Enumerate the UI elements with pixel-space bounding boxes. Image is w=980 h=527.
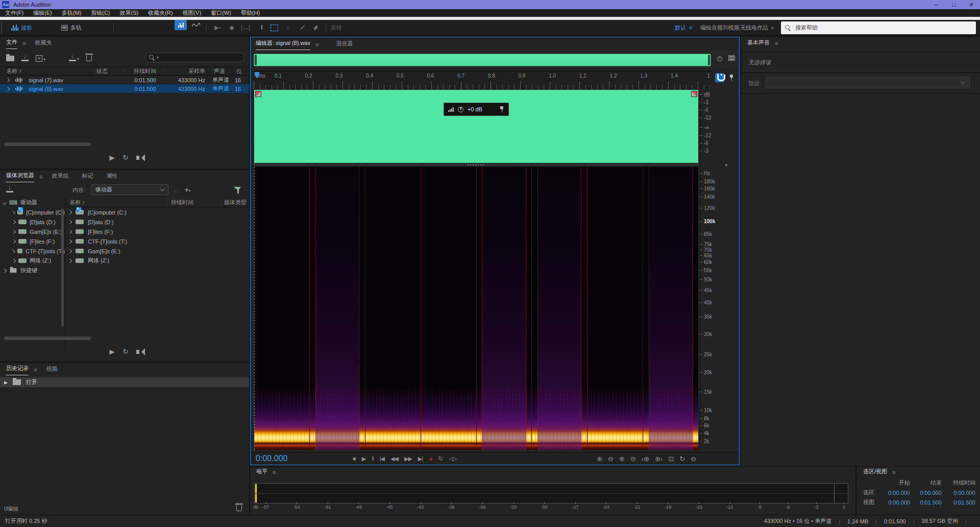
zoom-to-selection-button[interactable]: ⊡ bbox=[668, 455, 674, 463]
menu-item[interactable]: 效果(S) bbox=[120, 9, 139, 17]
chevron-right-icon[interactable] bbox=[68, 239, 72, 243]
zoom-to-out-point-button[interactable]: ⊕› bbox=[655, 455, 663, 463]
files-panel-menu-icon[interactable]: ≡ bbox=[22, 40, 26, 46]
show-spectral-toggle[interactable] bbox=[190, 20, 202, 30]
fade-in-handle[interactable] bbox=[255, 91, 261, 97]
pin-icon[interactable] bbox=[729, 75, 734, 81]
menu-item[interactable]: 视图(V) bbox=[182, 9, 201, 17]
invert-button[interactable]: 反转 bbox=[331, 20, 342, 35]
close-button[interactable]: × bbox=[963, 0, 980, 9]
tab-history[interactable]: 历史记录 bbox=[6, 365, 29, 375]
paintbrush-selection-tool[interactable] bbox=[296, 20, 309, 35]
time-selection-tool[interactable]: I bbox=[255, 20, 268, 35]
chevron-right-icon[interactable] bbox=[68, 229, 72, 233]
razor-tool[interactable]: ◆ bbox=[225, 20, 238, 35]
batch-import-button[interactable]: ▾ bbox=[69, 55, 79, 61]
media-browser-menu-icon[interactable]: ≡ bbox=[39, 174, 42, 180]
spectral-segment[interactable] bbox=[477, 166, 532, 450]
menu-item[interactable]: 帮助(H) bbox=[241, 9, 260, 17]
editor-panel-menu-icon[interactable]: ≡ bbox=[315, 41, 318, 47]
timeline-ruler[interactable]: hms 0.10.20.30.40.50.60.70.80.91.01.11.2… bbox=[254, 71, 711, 89]
chevron-right-icon[interactable] bbox=[12, 258, 16, 262]
play-button[interactable]: ▶ bbox=[362, 456, 365, 462]
move-playhead-to-previous-button[interactable]: |◀ bbox=[380, 456, 384, 462]
tree-drive-item[interactable]: Gam[E]s (E:) bbox=[0, 227, 65, 236]
history-entry-open[interactable]: ▶ 打开 bbox=[0, 377, 249, 387]
grid-options-icon[interactable] bbox=[728, 55, 735, 61]
chevron-right-icon[interactable] bbox=[68, 220, 72, 224]
multitrack-view-button[interactable]: 多轨 bbox=[57, 20, 86, 35]
content-dropdown[interactable]: 驱动器 bbox=[91, 184, 168, 195]
workspace-menu-icon[interactable]: ≡ bbox=[689, 25, 692, 31]
spectral-segment[interactable] bbox=[643, 166, 698, 450]
preview-loop-button[interactable]: ↻ bbox=[123, 154, 129, 161]
frequency-scale[interactable]: Hz180k160k140k120k100k85k75k70k65k60k55k… bbox=[700, 166, 737, 450]
tab-markers[interactable]: 标记 bbox=[82, 172, 93, 182]
time-value[interactable]: 0:00.000 bbox=[883, 497, 914, 507]
time-value[interactable]: 0:01.500 bbox=[946, 497, 979, 507]
chevron-right-icon[interactable] bbox=[12, 210, 15, 214]
drive-row[interactable]: 网络 (Z:) bbox=[66, 256, 249, 266]
clear-history-button[interactable] bbox=[236, 505, 242, 511]
drives-list-header[interactable]: 名称 ↑ 持续时间 媒体类型 bbox=[66, 198, 249, 207]
preview-volume-button[interactable] bbox=[136, 350, 139, 354]
show-waveform-toggle[interactable] bbox=[175, 20, 187, 30]
tab-essential-sound[interactable]: 基本声音 bbox=[747, 39, 770, 49]
fade-out-handle[interactable] bbox=[691, 91, 697, 97]
history-panel-menu-icon[interactable]: ≡ bbox=[34, 367, 37, 373]
delete-file-button[interactable] bbox=[86, 55, 92, 61]
new-file-button[interactable]: +▾ bbox=[36, 55, 45, 62]
lasso-selection-tool[interactable]: ○ bbox=[282, 20, 295, 35]
spectral-segment[interactable] bbox=[365, 166, 421, 450]
tab-video[interactable]: 视频 bbox=[46, 365, 57, 375]
spectral-segment[interactable] bbox=[587, 166, 643, 450]
spot-healing-brush-tool[interactable] bbox=[309, 20, 322, 35]
tab-editor[interactable]: 编辑器: signal (8).wav bbox=[256, 39, 310, 50]
stop-button[interactable]: ■ bbox=[353, 456, 356, 462]
loop-playback-button[interactable]: ↻ bbox=[438, 456, 443, 462]
zoom-full-button[interactable]: ⊖ bbox=[691, 455, 696, 463]
file-row[interactable]: signal (7).wav 0:01.500 433000 Hz 单声道 16 bbox=[0, 76, 249, 84]
drive-row[interactable]: [D]ata (D:) bbox=[66, 217, 249, 227]
time-value[interactable]: 0:00.000 bbox=[914, 488, 946, 497]
expand-chevron-icon[interactable] bbox=[6, 86, 10, 90]
tab-properties[interactable]: 属性 bbox=[106, 172, 117, 182]
add-shortcut-button[interactable]: +▾ bbox=[185, 186, 191, 194]
drive-row[interactable]: [C]omputer (C:) bbox=[66, 207, 249, 217]
tab-levels[interactable]: 电平 bbox=[256, 468, 267, 478]
tab-mixer[interactable]: 混音器 bbox=[336, 40, 353, 50]
move-playhead-to-next-button[interactable]: ▶| bbox=[418, 456, 423, 462]
slip-tool[interactable]: |↔| bbox=[239, 20, 252, 35]
tab-selection-view[interactable]: 选区/视图 bbox=[863, 468, 887, 478]
waveform-view-button[interactable]: 波形 bbox=[7, 20, 36, 35]
chevron-right-icon[interactable] bbox=[68, 249, 72, 253]
hud-pin-icon[interactable] bbox=[499, 106, 504, 112]
preset-dropdown[interactable] bbox=[766, 77, 970, 88]
menu-item[interactable]: 收藏夹(R) bbox=[148, 9, 173, 17]
tab-favorites[interactable]: 收藏夹 bbox=[35, 39, 52, 49]
zoom-out-amplitude-button[interactable]: ⊖ bbox=[630, 455, 636, 463]
selection-view-menu-icon[interactable]: ≡ bbox=[892, 469, 895, 475]
playhead-time-display[interactable]: 0:00.000 bbox=[256, 454, 348, 463]
open-file-button[interactable] bbox=[6, 56, 14, 61]
chevron-right-icon[interactable] bbox=[3, 268, 7, 272]
chevron-down-icon[interactable] bbox=[3, 200, 7, 204]
rewind-button[interactable]: ◀◀ bbox=[390, 456, 398, 462]
menu-item[interactable]: 多轨(M) bbox=[62, 9, 82, 17]
volume-value[interactable]: +0 dB bbox=[468, 106, 482, 112]
drive-row[interactable]: [F]iles (F:) bbox=[66, 227, 249, 236]
move-tool[interactable]: ▶+ bbox=[211, 20, 225, 35]
filter-funnel-icon[interactable] bbox=[235, 187, 241, 191]
volume-knob-icon[interactable] bbox=[458, 107, 463, 112]
preview-volume-button[interactable] bbox=[136, 156, 139, 160]
tab-media-browser[interactable]: 媒体浏览器 bbox=[6, 172, 34, 182]
zoom-to-in-point-button[interactable]: ‹⊕ bbox=[642, 455, 649, 463]
chevron-right-icon[interactable] bbox=[11, 249, 15, 253]
maximize-button[interactable]: □ bbox=[945, 0, 963, 9]
workspace-default-button[interactable]: 默认 ≡ bbox=[675, 20, 692, 35]
spectral-segment[interactable] bbox=[310, 166, 365, 450]
expand-chevron-icon[interactable] bbox=[6, 78, 10, 82]
tree-drive-item[interactable]: [C]omputer (C:) bbox=[0, 207, 65, 217]
help-search-box[interactable]: 搜索帮助 bbox=[781, 21, 976, 34]
media-horizontal-scrollbar[interactable] bbox=[4, 337, 91, 340]
